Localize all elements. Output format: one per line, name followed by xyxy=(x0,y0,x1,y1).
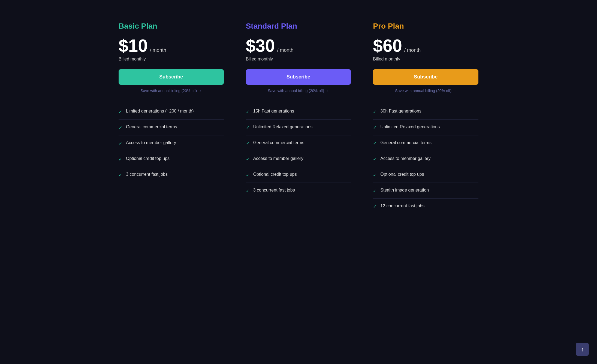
feature-text: 3 concurrent fast jobs xyxy=(126,172,168,177)
list-item: ✓Unlimited Relaxed generations xyxy=(373,120,478,135)
subscribe-button-standard[interactable]: Subscribe xyxy=(246,69,351,85)
checkmark-icon: ✓ xyxy=(119,125,122,130)
list-item: ✓Optional credit top ups xyxy=(119,151,224,167)
billed-text-standard: Billed monthly xyxy=(246,57,351,62)
list-item: ✓12 concurrent fast jobs xyxy=(373,199,478,214)
plan-title-standard: Standard Plan xyxy=(246,22,351,31)
checkmark-icon: ✓ xyxy=(119,109,122,114)
list-item: ✓Stealth image generation xyxy=(373,183,478,199)
list-item: ✓Optional credit top ups xyxy=(373,167,478,183)
feature-text: 30h Fast generations xyxy=(380,109,421,114)
list-item: ✓Optional credit top ups xyxy=(246,167,351,183)
feature-text: Stealth image generation xyxy=(380,188,429,193)
feature-text: Optional credit top ups xyxy=(380,172,424,177)
price-amount-standard: $30 xyxy=(246,37,275,54)
checkmark-icon: ✓ xyxy=(373,172,376,178)
checkmark-icon: ✓ xyxy=(373,141,376,146)
feature-text: Access to member gallery xyxy=(253,156,303,161)
price-period-basic: / month xyxy=(150,47,166,53)
feature-text: Unlimited Relaxed generations xyxy=(380,125,440,129)
billed-text-pro: Billed monthly xyxy=(373,57,478,62)
feature-text: Access to member gallery xyxy=(126,140,176,145)
feature-text: Access to member gallery xyxy=(380,156,430,161)
checkmark-icon: ✓ xyxy=(373,125,376,130)
feature-text: General commercial terms xyxy=(126,125,177,129)
list-item: ✓Limited generations (~200 / month) xyxy=(119,104,224,120)
price-row-pro: $60/ month xyxy=(373,37,478,54)
feature-text: General commercial terms xyxy=(253,140,304,145)
list-item: ✓Access to member gallery xyxy=(246,151,351,167)
subscribe-button-pro[interactable]: Subscribe xyxy=(373,69,478,85)
annual-link-standard[interactable]: Save with annual billing (20% off) → xyxy=(246,89,351,93)
checkmark-icon: ✓ xyxy=(373,157,376,162)
price-row-standard: $30/ month xyxy=(246,37,351,54)
list-item: ✓General commercial terms xyxy=(246,135,351,151)
list-item: ✓Access to member gallery xyxy=(373,151,478,167)
subscribe-button-basic[interactable]: Subscribe xyxy=(119,69,224,85)
plan-card-pro: Pro Plan$60/ monthBilled monthlySubscrib… xyxy=(362,11,489,225)
checkmark-icon: ✓ xyxy=(246,125,249,130)
list-item: ✓3 concurrent fast jobs xyxy=(119,167,224,183)
feature-text: Optional credit top ups xyxy=(253,172,297,177)
checkmark-icon: ✓ xyxy=(373,109,376,114)
checkmark-icon: ✓ xyxy=(246,172,249,178)
list-item: ✓General commercial terms xyxy=(119,120,224,135)
checkmark-icon: ✓ xyxy=(246,188,249,193)
checkmark-icon: ✓ xyxy=(119,172,122,178)
features-list-standard: ✓15h Fast generations✓Unlimited Relaxed … xyxy=(246,104,351,198)
plan-title-pro: Pro Plan xyxy=(373,22,478,31)
list-item: ✓30h Fast generations xyxy=(373,104,478,120)
plan-title-basic: Basic Plan xyxy=(119,22,224,31)
plan-card-basic: Basic Plan$10/ monthBilled monthlySubscr… xyxy=(108,11,235,225)
plans-container: Basic Plan$10/ monthBilled monthlySubscr… xyxy=(108,11,489,225)
checkmark-icon: ✓ xyxy=(246,109,249,114)
feature-text: Limited generations (~200 / month) xyxy=(126,109,194,114)
billed-text-basic: Billed monthly xyxy=(119,57,224,62)
features-list-basic: ✓Limited generations (~200 / month)✓Gene… xyxy=(119,104,224,183)
list-item: ✓3 concurrent fast jobs xyxy=(246,183,351,198)
feature-text: 15h Fast generations xyxy=(253,109,294,114)
checkmark-icon: ✓ xyxy=(119,141,122,146)
checkmark-icon: ✓ xyxy=(246,157,249,162)
feature-text: Unlimited Relaxed generations xyxy=(253,125,313,129)
annual-link-basic[interactable]: Save with annual billing (20% off) → xyxy=(119,89,224,93)
annual-link-pro[interactable]: Save with annual billing (20% off) → xyxy=(373,89,478,93)
arrow-up-icon: ↑ xyxy=(581,346,584,353)
price-period-standard: / month xyxy=(277,47,293,53)
scroll-top-button[interactable]: ↑ xyxy=(576,343,589,356)
list-item: ✓Access to member gallery xyxy=(119,135,224,151)
price-row-basic: $10/ month xyxy=(119,37,224,54)
features-list-pro: ✓30h Fast generations✓Unlimited Relaxed … xyxy=(373,104,478,214)
checkmark-icon: ✓ xyxy=(373,204,376,209)
price-amount-basic: $10 xyxy=(119,37,148,54)
feature-text: Optional credit top ups xyxy=(126,156,170,161)
list-item: ✓Unlimited Relaxed generations xyxy=(246,120,351,135)
list-item: ✓General commercial terms xyxy=(373,135,478,151)
feature-text: General commercial terms xyxy=(380,140,432,145)
checkmark-icon: ✓ xyxy=(373,188,376,193)
price-period-pro: / month xyxy=(404,47,421,53)
list-item: ✓15h Fast generations xyxy=(246,104,351,120)
plan-card-standard: Standard Plan$30/ monthBilled monthlySub… xyxy=(235,11,362,225)
checkmark-icon: ✓ xyxy=(246,141,249,146)
feature-text: 12 concurrent fast jobs xyxy=(380,204,424,208)
feature-text: 3 concurrent fast jobs xyxy=(253,188,295,193)
checkmark-icon: ✓ xyxy=(119,157,122,162)
price-amount-pro: $60 xyxy=(373,37,402,54)
